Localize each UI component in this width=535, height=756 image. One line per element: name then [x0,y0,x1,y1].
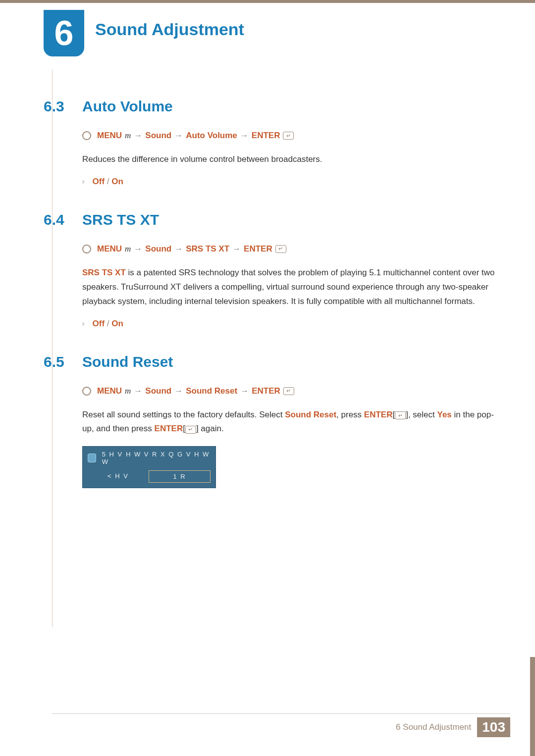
enter-key-icon: ↵ [275,245,286,253]
section-srs-ts-xt: 6.4 SRS TS XT MENU m → Sound → SRS TS XT… [44,211,495,329]
enter-key-icon: ↵ [283,387,294,395]
nav-item: Sound [145,244,171,254]
chapter-number-badge: 6 [44,10,84,56]
menu-glyph-icon: m [125,244,131,254]
option-off: Off [93,319,105,328]
option-on: On [111,177,123,186]
nav-menu-label: MENU [97,131,122,141]
section-heading: 6.5 Sound Reset [44,353,495,370]
option-separator: / [107,177,109,186]
dialog-button-right[interactable]: 1 R [149,470,211,483]
arrow-icon: → [240,131,249,141]
nav-menu-label: MENU [97,386,122,396]
menu-nav-path: MENU m → Sound → Sound Reset → ENTER ↵ [82,386,495,396]
circle-bullet-icon [82,245,91,253]
bullet-icon: z [82,321,85,326]
reset-enter2: ENTER [155,424,183,433]
menu-glyph-icon: m [125,386,131,396]
section-heading: 6.4 SRS TS XT [44,211,495,228]
dialog-header: 5 H V H W V R X Q G V H W W [83,447,215,467]
menu-glyph-icon: m [125,131,131,141]
section-number: 6.3 [44,98,72,115]
nav-item: Sound Reset [186,386,237,396]
section-number: 6.4 [44,211,72,228]
enter-key-icon: ↵ [283,132,294,140]
arrow-icon: → [240,386,249,396]
reset-p2: , press [336,410,364,419]
page-number: 103 [477,717,510,737]
side-tab-accent [530,657,535,756]
lead-bold: SRS TS XT [82,268,126,277]
section-body-text: Reset all sound settings to the factory … [82,408,495,437]
section-auto-volume: 6.3 Auto Volume MENU m → Sound → Auto Vo… [44,98,495,187]
reset-p5b: ] again. [196,424,224,433]
page-content: 6.3 Auto Volume MENU m → Sound → Auto Vo… [44,84,495,508]
reset-p1: Reset all sound settings to the factory … [82,410,285,419]
nav-enter-label: ENTER [252,386,280,396]
arrow-icon: → [174,244,183,254]
option-separator: / [107,319,109,328]
option-off: Off [93,177,105,186]
section-title: Auto Volume [82,98,173,115]
nav-item: Sound [145,386,171,396]
reset-dialog-mock: 5 H V H W V R X Q G V H W W < H V 1 R [82,446,216,488]
dialog-icon [88,454,96,462]
bullet-icon: z [82,179,85,184]
top-accent-bar [0,0,535,3]
reset-p3b: ], select [406,410,437,419]
menu-nav-path: MENU m → Sound → SRS TS XT → ENTER ↵ [82,244,495,254]
dialog-buttons: < H V 1 R [83,467,215,488]
reset-yes: Yes [437,410,452,419]
reset-sound-reset: Sound Reset [285,410,336,419]
option-on: On [111,319,123,328]
arrow-icon: → [134,386,142,396]
menu-nav-path: MENU m → Sound → Auto Volume → ENTER ↵ [82,131,495,141]
nav-item: Sound [145,131,171,141]
page-footer: 6 Sound Adjustment 103 [396,717,510,737]
enter-key-icon: ↵ [395,411,406,419]
body-rest: is a patented SRS technology that solves… [82,268,495,306]
nav-item: SRS TS XT [186,244,229,254]
arrow-icon: → [134,244,142,254]
section-title: SRS TS XT [82,211,159,228]
options-line: z Off / On [82,319,495,329]
section-sound-reset: 6.5 Sound Reset MENU m → Sound → Sound R… [44,353,495,489]
enter-key-icon: ↵ [185,426,196,434]
section-heading: 6.3 Auto Volume [44,98,495,115]
dialog-title: 5 H V H W V R X Q G V H W W [102,451,211,465]
dialog-button-left[interactable]: < H V [88,470,149,483]
arrow-icon: → [232,244,241,254]
section-body-text: Reduces the difference in volume control… [82,152,495,167]
nav-item: Auto Volume [186,131,237,141]
section-number: 6.5 [44,353,72,370]
arrow-icon: → [174,131,183,141]
arrow-icon: → [174,386,183,396]
options-line: z Off / On [82,177,495,187]
circle-bullet-icon [82,131,91,140]
section-body-text: SRS TS XT is a patented SRS technology t… [82,266,495,309]
nav-enter-label: ENTER [252,131,280,141]
section-title: Sound Reset [82,353,173,370]
nav-menu-label: MENU [97,244,122,254]
reset-enter1: ENTER [364,410,393,419]
footer-rule [52,713,510,714]
chapter-title: Sound Adjustment [95,20,244,39]
nav-enter-label: ENTER [244,244,272,254]
footer-label: 6 Sound Adjustment [396,722,471,732]
circle-bullet-icon [82,387,91,396]
arrow-icon: → [134,131,142,141]
